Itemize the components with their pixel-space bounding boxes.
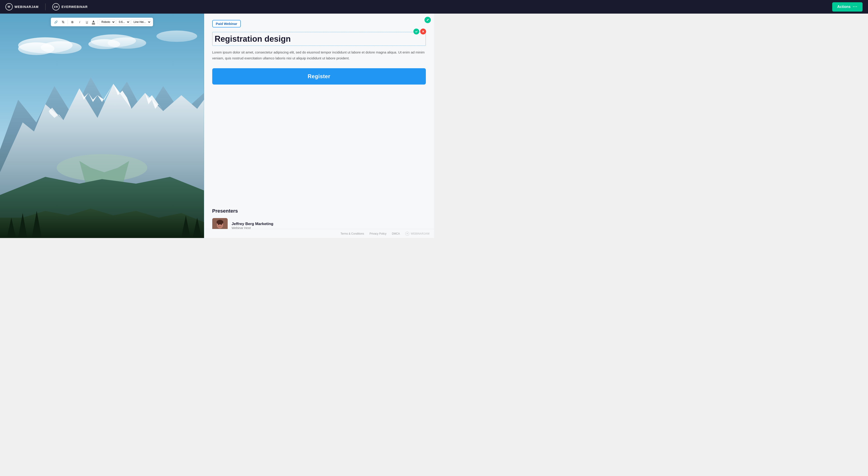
header: W WEBINARJAM EW EVERWEBINAR Actions ··· (0, 0, 434, 13)
page-description: Lorem ipsum dolor sit amet, consectetur … (212, 50, 426, 61)
terms-link[interactable]: Terms & Conditions (340, 232, 364, 235)
page-title: Registration design (215, 34, 423, 44)
left-panel: 🔗 B I U A Roboto 0.6... Line Hei.. (0, 13, 204, 238)
logo-divider (45, 3, 45, 10)
presenters-heading: Presenters (212, 208, 426, 214)
line-height-select[interactable]: Line Hei... (131, 19, 151, 25)
wj-logo-circle: W (5, 3, 13, 10)
underline-button[interactable]: U (84, 19, 90, 25)
title-edit-confirm-button[interactable] (413, 29, 419, 34)
content-section: Registration design Lorem ipsum dolor si… (204, 27, 434, 208)
wj-label: WEBINARJAM (14, 5, 38, 9)
title-edit-wrapper: Registration design (212, 32, 426, 46)
paid-tag-label: Paid Webinar (216, 22, 238, 26)
footer-logo-abbr: W (407, 233, 408, 235)
bold-button[interactable]: B (69, 19, 76, 25)
footer-brand: W WEBINARJAM (405, 232, 430, 236)
tag-section: Paid Webinar (204, 13, 434, 27)
separator-2 (97, 20, 98, 24)
svg-point-7 (156, 31, 197, 42)
font-select[interactable]: Roboto (99, 19, 116, 25)
svg-point-27 (221, 224, 222, 225)
unlink-button[interactable] (60, 19, 66, 25)
separator-1 (68, 20, 68, 24)
svg-point-6 (107, 37, 146, 49)
text-editor-toolbar: 🔗 B I U A Roboto 0.6... Line Hei.. (51, 18, 153, 26)
title-edit-actions (413, 29, 426, 34)
wj-abbr: W (8, 5, 10, 8)
color-label: A (92, 20, 94, 23)
everwebinar-logo[interactable]: EW EVERWEBINAR (52, 3, 88, 10)
size-select[interactable]: 0.6... (117, 19, 130, 25)
register-button[interactable]: Register (212, 68, 426, 85)
footer: Terms & Conditions Privacy Policy DMCA W… (204, 229, 434, 238)
link-button[interactable]: 🔗 (53, 19, 59, 25)
svg-point-26 (218, 224, 219, 225)
landscape-image (0, 13, 204, 238)
paid-webinar-tag[interactable]: Paid Webinar (212, 20, 241, 27)
footer-brand-label: WEBINARJAM (411, 232, 430, 235)
title-edit-cancel-button[interactable] (420, 29, 426, 34)
presenter-name: Jeffrey Berg Marketing (232, 222, 273, 226)
svg-point-24 (217, 220, 223, 225)
ew-abbr: EW (54, 6, 58, 8)
webinarjam-logo[interactable]: W WEBINARJAM (5, 3, 38, 10)
main-layout: 🔗 B I U A Roboto 0.6... Line Hei.. (0, 0, 434, 238)
dmca-link[interactable]: DMCA (392, 232, 400, 235)
ew-label: EVERWEBINAR (61, 5, 88, 9)
svg-point-3 (41, 41, 82, 54)
right-panel: Paid Webinar Registration design Lorem i… (204, 13, 434, 238)
color-button[interactable]: A (91, 20, 96, 25)
color-bar (92, 24, 95, 24)
corner-edit-button[interactable] (425, 17, 431, 23)
footer-logo-circle: W (405, 232, 409, 236)
ew-logo-circle: EW (52, 3, 60, 10)
privacy-link[interactable]: Privacy Policy (369, 232, 386, 235)
presenter-info: Jeffrey Berg Marketing Webinar Host (232, 222, 273, 230)
italic-button[interactable]: I (76, 19, 83, 25)
header-logos: W WEBINARJAM EW EVERWEBINAR (5, 3, 88, 10)
